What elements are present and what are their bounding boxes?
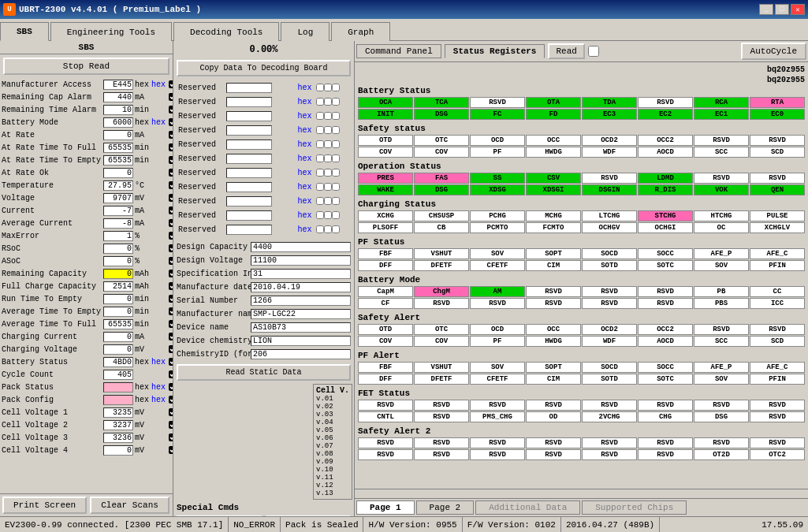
reserved-input-9[interactable] (226, 210, 272, 221)
page-tab-additional[interactable]: Additional Data (475, 500, 580, 515)
read-button[interactable]: Read (548, 43, 584, 59)
checkbox-1-11[interactable] (169, 219, 173, 227)
checkbox-1-1[interactable] (169, 93, 173, 101)
row-value-5[interactable] (103, 143, 133, 153)
row-value-2[interactable] (103, 105, 133, 115)
checkbox-1-19[interactable] (169, 320, 173, 328)
res-chk3-7[interactable] (332, 183, 340, 191)
res-chk2-7[interactable] (324, 183, 332, 191)
row-value-13[interactable] (103, 244, 133, 254)
checkbox-1-23[interactable] (169, 370, 173, 378)
res-chk2-0[interactable] (324, 84, 332, 91)
row-value-4[interactable] (103, 130, 133, 140)
row-value-20[interactable] (103, 332, 133, 342)
page-tab-chips[interactable]: Supported Chips (582, 500, 687, 515)
tab-command-panel[interactable]: Command Panel (356, 44, 441, 58)
res-chk2-1[interactable] (324, 98, 332, 106)
reserved-input-4[interactable] (226, 140, 272, 150)
reserved-input-1[interactable] (226, 97, 272, 107)
res-chk3-5[interactable] (332, 154, 340, 162)
reserved-input-3[interactable] (226, 125, 272, 136)
read-checkbox[interactable] (588, 46, 599, 57)
row-value-27[interactable] (103, 420, 133, 430)
reserved-input-2[interactable] (226, 111, 272, 121)
auto-cycle-button[interactable]: AutoCycle (741, 43, 806, 60)
row-value-29[interactable] (103, 445, 133, 456)
res-chk2-6[interactable] (324, 169, 332, 177)
res-chk-8[interactable] (316, 197, 324, 205)
res-chk3-0[interactable] (332, 84, 340, 91)
row-value-7[interactable] (103, 168, 133, 178)
res-chk3-6[interactable] (332, 169, 340, 177)
tab-graph[interactable]: Graph (331, 22, 390, 41)
checkbox-1-6[interactable] (169, 156, 173, 164)
row-value-1[interactable] (103, 92, 133, 102)
res-chk-2[interactable] (316, 112, 324, 120)
row-value-8[interactable] (103, 180, 133, 191)
design-input-8[interactable] (251, 349, 351, 359)
page-tab-1[interactable]: Page 1 (356, 500, 415, 515)
row-value-21[interactable] (103, 344, 133, 355)
res-chk-3[interactable] (316, 126, 324, 134)
row-value-0[interactable] (103, 80, 133, 90)
checkbox-1-7[interactable] (169, 169, 173, 177)
res-chk2-8[interactable] (324, 197, 332, 205)
clear-scans-button[interactable]: Clear Scans (90, 497, 169, 514)
row-value-3[interactable] (103, 117, 133, 128)
res-chk2-4[interactable] (324, 140, 332, 148)
checkbox-1-5[interactable] (169, 143, 173, 151)
read-static-button[interactable]: Read Static Data (177, 364, 351, 381)
design-input-5[interactable] (251, 309, 351, 319)
checkbox-1-10[interactable] (169, 206, 173, 214)
row-value-25[interactable] (103, 395, 133, 405)
checkbox-1-21[interactable] (169, 345, 173, 353)
checkbox-1-12[interactable] (169, 232, 173, 240)
page-tab-2[interactable]: Page 2 (416, 500, 475, 515)
tab-log[interactable]: Log (281, 22, 330, 41)
row-value-26[interactable] (103, 407, 133, 418)
design-input-1[interactable] (251, 255, 351, 266)
checkbox-1-27[interactable] (169, 421, 173, 429)
checkbox-1-15[interactable] (169, 270, 173, 277)
res-chk2-3[interactable] (324, 126, 332, 134)
row-value-10[interactable] (103, 206, 133, 216)
reserved-input-10[interactable] (226, 225, 272, 235)
row-value-14[interactable] (103, 256, 133, 266)
row-value-16[interactable] (103, 281, 133, 292)
checkbox-1-0[interactable] (169, 80, 173, 88)
res-chk3-2[interactable] (332, 112, 340, 120)
res-chk-9[interactable] (316, 211, 324, 219)
row-value-19[interactable] (103, 319, 133, 329)
checkbox-1-26[interactable] (169, 408, 173, 416)
reserved-input-0[interactable] (226, 83, 272, 93)
res-chk-1[interactable] (316, 98, 324, 106)
design-input-3[interactable] (251, 282, 351, 292)
row-value-23[interactable] (103, 370, 133, 380)
design-input-7[interactable] (251, 336, 351, 346)
row-value-18[interactable] (103, 307, 133, 317)
res-chk3-8[interactable] (332, 197, 340, 205)
res-chk-6[interactable] (316, 169, 324, 177)
checkbox-1-14[interactable] (169, 257, 173, 265)
checkbox-1-17[interactable] (169, 295, 173, 303)
row-value-22[interactable] (103, 357, 133, 367)
reserved-input-7[interactable] (226, 182, 272, 192)
row-value-9[interactable] (103, 193, 133, 203)
checkbox-1-8[interactable] (169, 181, 173, 189)
row-value-6[interactable] (103, 155, 133, 166)
res-chk-5[interactable] (316, 154, 324, 162)
row-value-11[interactable] (103, 218, 133, 229)
checkbox-1-20[interactable] (169, 333, 173, 340)
row-value-24[interactable] (103, 382, 133, 392)
tab-sbs[interactable]: SBS (0, 22, 49, 41)
checkbox-1-9[interactable] (169, 194, 173, 202)
checkbox-1-2[interactable] (169, 106, 173, 113)
design-input-2[interactable] (251, 269, 351, 279)
maximize-button[interactable]: □ (775, 4, 789, 15)
reserved-input-8[interactable] (226, 196, 272, 206)
checkbox-1-13[interactable] (169, 244, 173, 252)
checkbox-1-22[interactable] (169, 358, 173, 366)
checkbox-1-28[interactable] (169, 433, 173, 441)
tab-status-registers[interactable]: Status Registers (445, 44, 545, 58)
reserved-input-5[interactable] (226, 154, 272, 164)
